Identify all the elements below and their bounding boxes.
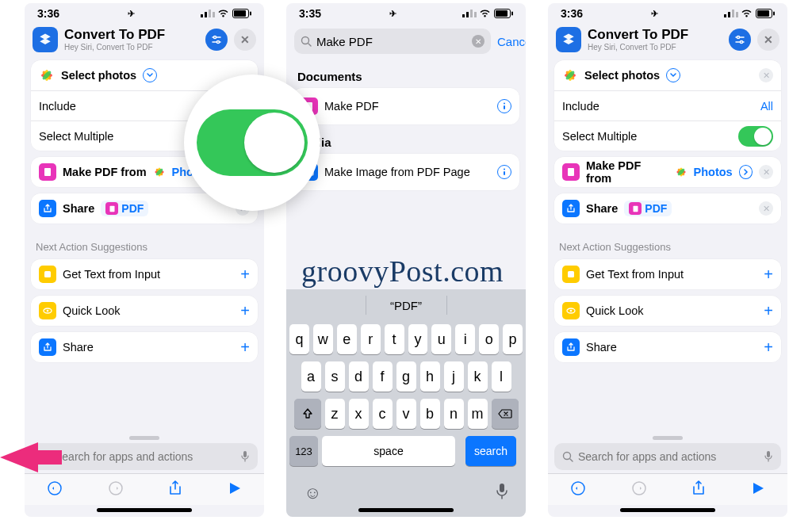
select-multiple-toggle[interactable] <box>738 126 773 147</box>
info-button[interactable] <box>497 99 511 113</box>
key-y[interactable]: y <box>408 324 428 354</box>
add-icon[interactable]: + <box>240 302 250 320</box>
make-pdf-action[interactable]: Make PDF from Photos ✕ <box>554 157 781 187</box>
key-l[interactable]: l <box>492 361 511 392</box>
remove-action-button[interactable]: ✕ <box>759 201 773 216</box>
key-w[interactable]: w <box>313 324 333 354</box>
shift-key[interactable] <box>294 399 321 429</box>
key-i[interactable]: i <box>455 324 475 354</box>
search-field[interactable]: ✕ <box>294 29 491 54</box>
dictate-key[interactable] <box>496 483 508 503</box>
add-icon[interactable]: + <box>764 302 773 320</box>
action-search[interactable] <box>554 443 781 470</box>
key-z[interactable]: z <box>325 399 345 429</box>
shortcut-subtitle: Hey Siri, Convert To PDF <box>588 43 722 52</box>
result-image-from-pdf[interactable]: Make Image from PDF Page <box>293 154 519 190</box>
key-s[interactable]: s <box>325 361 345 392</box>
select-multiple-row[interactable]: Select Multiple <box>554 120 781 151</box>
remove-action-button[interactable]: ✕ <box>759 165 773 179</box>
key-u[interactable]: u <box>431 324 451 354</box>
disclosure-icon[interactable] <box>739 165 753 179</box>
mic-icon[interactable] <box>240 450 250 463</box>
key-b[interactable]: b <box>420 399 440 429</box>
add-icon[interactable]: + <box>764 266 773 284</box>
disclosure-icon[interactable] <box>143 68 157 82</box>
photos-icon <box>153 166 166 178</box>
key-r[interactable]: r <box>361 324 381 354</box>
key-k[interactable]: k <box>468 361 488 392</box>
key-g[interactable]: g <box>396 361 416 392</box>
emoji-key[interactable]: ☺ <box>304 483 321 503</box>
undo-button[interactable] <box>47 480 63 499</box>
share-button[interactable] <box>691 480 706 499</box>
share-button[interactable] <box>168 480 182 499</box>
home-indicator[interactable] <box>358 508 454 512</box>
add-icon[interactable]: + <box>240 338 250 357</box>
drag-handle[interactable] <box>129 436 159 440</box>
filter-button[interactable] <box>205 29 228 51</box>
drag-handle[interactable] <box>653 436 683 440</box>
search-input[interactable] <box>55 450 236 463</box>
suggestion-item[interactable]: Get Text from Input + <box>554 259 781 289</box>
key-d[interactable]: d <box>349 361 369 392</box>
pdf-variable[interactable]: PDF <box>624 201 672 216</box>
key-o[interactable]: o <box>479 324 499 354</box>
key-p[interactable]: p <box>503 324 523 354</box>
search-input[interactable] <box>578 450 759 463</box>
cancel-button[interactable]: Cancel <box>497 35 526 48</box>
pdf-variable[interactable]: PDF <box>101 201 148 216</box>
quicklook-icon <box>39 302 56 319</box>
add-icon[interactable]: + <box>240 266 250 284</box>
svg-point-43 <box>737 36 739 38</box>
home-indicator[interactable] <box>620 508 715 512</box>
mic-icon[interactable] <box>764 450 773 463</box>
select-photos-action[interactable]: Select photos ✕ Include All Select Multi… <box>554 60 781 151</box>
suggestion-item[interactable]: Quick Look + <box>554 296 781 326</box>
run-button[interactable] <box>228 481 242 499</box>
key-c[interactable]: c <box>373 399 393 429</box>
share-action[interactable]: Share PDF ✕ <box>554 193 781 224</box>
key-n[interactable]: n <box>444 399 464 429</box>
key-a[interactable]: a <box>301 361 321 392</box>
search-key[interactable]: search <box>465 436 516 466</box>
shortcut-subtitle: Hey Siri, Convert To PDF <box>64 43 199 52</box>
key-q[interactable]: q <box>289 324 309 354</box>
key-m[interactable]: m <box>468 399 488 429</box>
suggestion-item[interactable]: Share + <box>554 332 781 362</box>
keyboard[interactable]: “PDF” q w e r t y u i o p a s d f g h <box>286 289 526 517</box>
search-input[interactable] <box>316 35 467 48</box>
remove-action-button[interactable]: ✕ <box>759 68 773 82</box>
close-button[interactable]: ✕ <box>757 29 779 51</box>
backspace-key[interactable] <box>492 399 519 429</box>
suggestion-item[interactable]: Get Text from Input + <box>31 259 258 289</box>
clock: 3:36 <box>561 7 583 20</box>
home-indicator[interactable] <box>97 508 192 512</box>
suggestion-item[interactable]: Share + <box>31 332 258 362</box>
run-button[interactable] <box>751 481 765 499</box>
include-row[interactable]: Include All <box>554 90 781 120</box>
action-search[interactable] <box>31 443 258 470</box>
filter-button[interactable] <box>729 29 751 51</box>
key-t[interactable]: t <box>385 324 404 354</box>
key-f[interactable]: f <box>373 361 393 392</box>
key-j[interactable]: j <box>444 361 464 392</box>
arrow-callout <box>0 438 62 477</box>
result-make-pdf[interactable]: Make PDF <box>293 88 519 124</box>
key-h[interactable]: h <box>420 361 440 392</box>
keyboard-suggestion[interactable]: “PDF” <box>286 289 526 321</box>
key-e[interactable]: e <box>337 324 357 354</box>
close-button[interactable]: ✕ <box>234 29 256 51</box>
disclosure-icon[interactable] <box>666 68 680 82</box>
shortcut-header: Convert To PDF Hey Siri, Convert To PDF … <box>25 24 264 60</box>
numbers-key[interactable]: 123 <box>289 436 318 466</box>
suggestion-item[interactable]: Quick Look + <box>31 296 258 326</box>
phone-right: 3:36✈ Convert To PDF Hey Siri, Convert T… <box>548 3 787 517</box>
key-v[interactable]: v <box>396 399 416 429</box>
key-x[interactable]: x <box>349 399 369 429</box>
space-key[interactable]: space <box>322 436 455 466</box>
undo-button[interactable] <box>570 480 586 499</box>
add-icon[interactable]: + <box>764 338 773 357</box>
info-button[interactable] <box>497 165 511 179</box>
clear-button[interactable]: ✕ <box>472 35 485 48</box>
watermark: groovyPost.com <box>301 254 504 289</box>
